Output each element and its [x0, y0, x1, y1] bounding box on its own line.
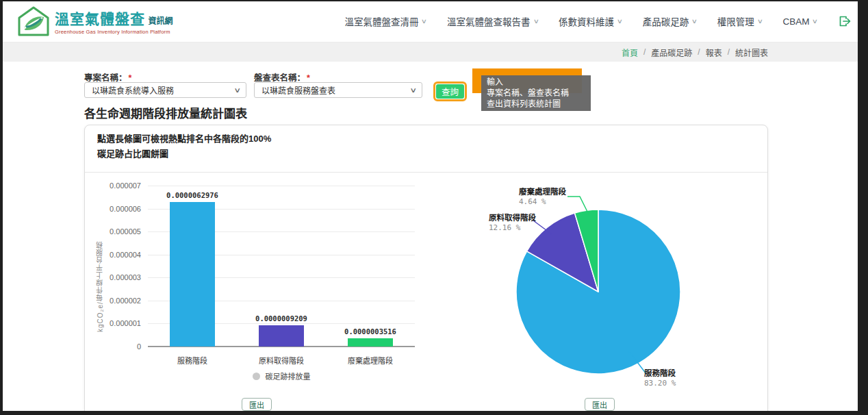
pie-label-raw-material-stage: 原料取得階段 12.16 % — [489, 212, 536, 232]
bar-value-label: 0.0000062976 — [148, 191, 237, 199]
nav-item-3[interactable]: 係數資料維護∨ — [559, 14, 622, 28]
sheet-name-select[interactable]: 以琳蔬食服務盤查表 ∨ — [254, 82, 422, 98]
required-asterisk: * — [307, 73, 310, 83]
y-axis-tick-label: 0.000005 — [97, 227, 141, 236]
breadcrumb-item[interactable]: 產品碳足跡 — [651, 47, 692, 58]
breadcrumb-item[interactable]: 統計圖表 — [735, 47, 768, 58]
logo-house-leaf-icon — [18, 6, 49, 36]
nav-item-6[interactable]: CBAM∨ — [782, 16, 817, 27]
pie-label-service-stage: 服務階段 83.20 % — [644, 367, 676, 388]
bar-原料取得階段[interactable] — [259, 325, 304, 347]
window-frame — [0, 411, 868, 415]
y-axis-tick-label: 0.000002 — [97, 296, 141, 305]
chevron-down-icon: ∨ — [812, 18, 818, 25]
y-axis-tick-label: 0.000003 — [97, 273, 141, 282]
chevron-down-icon: ∨ — [533, 18, 539, 25]
chevron-down-icon: ∨ — [409, 86, 417, 94]
app-header: 溫室氣體盤查 資訊網 Greenhouse Gas Inventory Info… — [0, 0, 868, 42]
y-axis-tick-label: 0.000007 — [97, 181, 141, 190]
gridline — [148, 186, 415, 186]
window-frame — [858, 0, 868, 415]
bar-chart-y-ticks: 0.0000070.0000060.0000050.0000040.000003… — [97, 172, 141, 357]
bar-chart-legend: 碳足跡排放量 — [148, 370, 415, 381]
bar-value-label: 0.0000003516 — [326, 327, 415, 336]
bar-chart-plot: 0.0000062976服務階段0.0000009209原料取得階段0.0000… — [148, 186, 415, 347]
chevron-down-icon: ∨ — [691, 18, 698, 25]
breadcrumb-separator: / — [698, 47, 700, 57]
statistics-card: 點選長條圖可檢視熱點排名中各階段的100% 碳足跡占比圓餅圖 kgCO₂e/每件… — [84, 125, 768, 415]
nav-item-1[interactable]: 溫室氣體盤查清冊∨ — [344, 14, 426, 28]
logo-subtitle: Greenhouse Gas Inventory Information Pla… — [55, 29, 173, 35]
bar-chart-export-button[interactable]: 匯出 — [242, 398, 272, 411]
nav-item-5[interactable]: 權限管理∨ — [717, 14, 763, 28]
legend-dot-icon — [253, 373, 260, 380]
query-button[interactable]: 查詢 — [436, 84, 464, 99]
y-axis-tick-label: 0.000001 — [97, 318, 141, 328]
tooltip-line: 輸入 — [487, 77, 585, 88]
charts-row: kgCO₂e/每件線上平台服務 0.0000070.0000060.000005… — [85, 172, 767, 415]
chevron-down-icon: ∨ — [421, 18, 427, 25]
tooltip-line: 查出資料列表統計圖 — [487, 99, 585, 110]
logo-title-suffix: 資訊網 — [148, 16, 173, 26]
nav-item-4[interactable]: 產品碳足跡∨ — [643, 14, 697, 28]
bar-value-label: 0.0000009209 — [237, 314, 326, 323]
logo-title: 溫室氣體盤查 — [55, 11, 145, 27]
breadcrumb-item[interactable]: 首頁 — [622, 47, 638, 58]
nav-item-2[interactable]: 溫室氣體盤查報告書∨ — [447, 14, 538, 28]
bar-服務階段[interactable] — [170, 202, 215, 347]
tooltip-line: 專案名稱、盤查表名稱 — [487, 88, 585, 99]
logo-text-block: 溫室氣體盤查 資訊網 Greenhouse Gas Inventory Info… — [55, 8, 173, 35]
chevron-down-icon: ∨ — [756, 18, 763, 25]
main-nav: 溫室氣體盤查清冊∨溫室氣體盤查報告書∨係數資料維護∨產品碳足跡∨權限管理∨CBA… — [344, 0, 852, 42]
annotation-tooltip: 輸入 專案名稱、盤查表名稱 查出資料列表統計圖 — [481, 75, 591, 111]
pie-label-waste-stage: 廢棄處理階段 4.64 % — [519, 186, 566, 206]
bar-廢棄處理階段[interactable] — [348, 338, 393, 347]
breadcrumb-separator: / — [643, 47, 646, 57]
breadcrumb-separator: / — [728, 47, 730, 57]
window-frame — [0, 0, 868, 1]
window-frame — [0, 0, 3, 415]
breadcrumb: 首頁/產品碳足跡/報表/統計圖表 — [622, 42, 768, 62]
x-axis-category-label: 服務階段 — [148, 355, 237, 366]
pie-chart-export-button[interactable]: 匯出 — [585, 398, 615, 411]
sheet-name-value: 以琳蔬食服務盤查表 — [261, 84, 335, 96]
card-hint-text: 點選長條圖可檢視熱點排名中各階段的100% 碳足跡占比圓餅圖 — [97, 131, 271, 162]
y-axis-tick-label: 0.000006 — [97, 204, 141, 214]
query-button-highlight: 查詢 — [433, 81, 467, 101]
chevron-down-icon: ∨ — [617, 18, 623, 25]
chevron-down-icon: ∨ — [233, 86, 241, 94]
app-logo[interactable]: 溫室氣體盤查 資訊網 Greenhouse Gas Inventory Info… — [18, 6, 173, 36]
x-axis-category-label: 廢棄處理階段 — [326, 355, 415, 366]
page-title: 各生命週期階段排放量統計圖表 — [84, 104, 247, 121]
legend-label: 碳足跡排放量 — [266, 370, 311, 381]
project-name-select[interactable]: 以琳蔬食系統導入服務 ∨ — [84, 82, 246, 98]
pie-chart — [432, 175, 767, 415]
logout-icon[interactable] — [838, 14, 852, 28]
breadcrumb-item[interactable]: 報表 — [706, 47, 722, 58]
project-name-value: 以琳蔬食系統導入服務 — [92, 84, 174, 96]
required-asterisk: * — [129, 73, 132, 83]
y-axis-tick-label: 0 — [97, 342, 141, 351]
x-axis-category-label: 原料取得階段 — [237, 355, 326, 366]
y-axis-tick-label: 0.000004 — [97, 250, 141, 260]
